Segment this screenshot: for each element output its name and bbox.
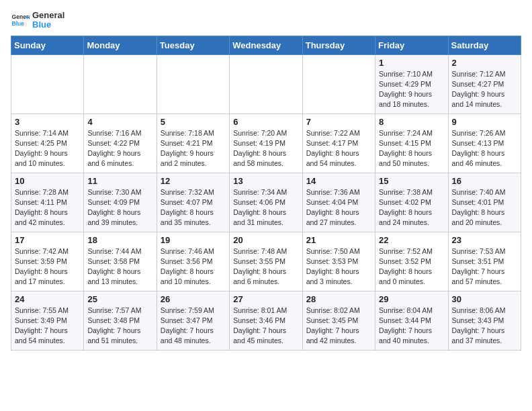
day-info: Sunrise: 7:30 AM Sunset: 4:09 PM Dayligh… [87, 187, 152, 228]
day-cell: 28Sunrise: 8:02 AM Sunset: 3:45 PM Dayli… [302, 291, 375, 350]
day-cell: 21Sunrise: 7:50 AM Sunset: 3:53 PM Dayli… [302, 232, 375, 291]
day-info: Sunrise: 7:28 AM Sunset: 4:11 PM Dayligh… [15, 187, 80, 228]
day-number: 16 [452, 176, 517, 186]
day-number: 30 [452, 294, 517, 304]
day-info: Sunrise: 7:40 AM Sunset: 4:01 PM Dayligh… [452, 187, 517, 228]
header-row: SundayMondayTuesdayWednesdayThursdayFrid… [11, 36, 521, 54]
day-number: 24 [15, 294, 80, 304]
day-cell: 1Sunrise: 7:10 AM Sunset: 4:29 PM Daylig… [375, 54, 448, 113]
day-info: Sunrise: 7:12 AM Sunset: 4:27 PM Dayligh… [452, 69, 517, 110]
day-number: 21 [306, 235, 371, 245]
day-info: Sunrise: 7:10 AM Sunset: 4:29 PM Dayligh… [379, 69, 444, 110]
col-header-sunday: Sunday [11, 36, 84, 54]
week-row-1: 3Sunrise: 7:14 AM Sunset: 4:25 PM Daylig… [11, 113, 521, 173]
day-cell: 3Sunrise: 7:14 AM Sunset: 4:25 PM Daylig… [11, 113, 84, 173]
logo: General Blue General Blue [11, 11, 64, 30]
day-number: 7 [306, 117, 371, 127]
day-cell: 7Sunrise: 7:22 AM Sunset: 4:17 PM Daylig… [302, 113, 375, 173]
day-number: 19 [161, 235, 226, 245]
day-cell: 26Sunrise: 7:59 AM Sunset: 3:47 PM Dayli… [157, 291, 229, 350]
day-cell [11, 54, 84, 113]
day-info: Sunrise: 7:55 AM Sunset: 3:49 PM Dayligh… [15, 306, 80, 347]
day-number: 15 [379, 176, 444, 186]
day-info: Sunrise: 7:50 AM Sunset: 3:53 PM Dayligh… [306, 246, 371, 287]
day-cell: 29Sunrise: 8:04 AM Sunset: 3:44 PM Dayli… [375, 291, 448, 350]
day-number: 22 [379, 235, 444, 245]
col-header-friday: Friday [375, 36, 448, 54]
week-row-4: 24Sunrise: 7:55 AM Sunset: 3:49 PM Dayli… [11, 291, 521, 350]
day-number: 25 [87, 294, 152, 304]
day-cell: 17Sunrise: 7:42 AM Sunset: 3:59 PM Dayli… [11, 232, 84, 291]
day-number: 9 [452, 117, 517, 127]
day-info: Sunrise: 7:46 AM Sunset: 3:56 PM Dayligh… [161, 246, 226, 287]
day-cell: 16Sunrise: 7:40 AM Sunset: 4:01 PM Dayli… [448, 173, 521, 232]
page-header: General Blue General Blue [11, 11, 521, 30]
day-cell [157, 54, 229, 113]
col-header-wednesday: Wednesday [230, 36, 302, 54]
svg-text:Blue: Blue [12, 20, 25, 27]
day-number: 12 [161, 176, 226, 186]
calendar-table: SundayMondayTuesdayWednesdayThursdayFrid… [11, 36, 521, 351]
day-info: Sunrise: 7:16 AM Sunset: 4:22 PM Dayligh… [87, 128, 152, 169]
week-row-0: 1Sunrise: 7:10 AM Sunset: 4:29 PM Daylig… [11, 54, 521, 113]
day-cell [84, 54, 157, 113]
col-header-saturday: Saturday [448, 36, 521, 54]
day-info: Sunrise: 7:38 AM Sunset: 4:02 PM Dayligh… [379, 187, 444, 228]
day-info: Sunrise: 8:02 AM Sunset: 3:45 PM Dayligh… [306, 306, 371, 347]
day-cell: 12Sunrise: 7:32 AM Sunset: 4:07 PM Dayli… [157, 173, 229, 232]
day-info: Sunrise: 7:57 AM Sunset: 3:48 PM Dayligh… [87, 306, 152, 347]
day-cell: 22Sunrise: 7:52 AM Sunset: 3:52 PM Dayli… [375, 232, 448, 291]
week-row-2: 10Sunrise: 7:28 AM Sunset: 4:11 PM Dayli… [11, 173, 521, 232]
col-header-tuesday: Tuesday [157, 36, 229, 54]
day-number: 28 [306, 294, 371, 304]
day-info: Sunrise: 7:52 AM Sunset: 3:52 PM Dayligh… [379, 246, 444, 287]
day-info: Sunrise: 7:14 AM Sunset: 4:25 PM Dayligh… [15, 128, 80, 169]
day-number: 6 [233, 117, 298, 127]
day-cell: 13Sunrise: 7:34 AM Sunset: 4:06 PM Dayli… [230, 173, 302, 232]
day-number: 3 [15, 117, 80, 127]
day-info: Sunrise: 7:42 AM Sunset: 3:59 PM Dayligh… [15, 246, 80, 287]
day-number: 2 [452, 58, 517, 68]
day-number: 27 [233, 294, 298, 304]
day-number: 5 [161, 117, 226, 127]
day-number: 18 [87, 235, 152, 245]
day-info: Sunrise: 8:06 AM Sunset: 3:43 PM Dayligh… [452, 306, 517, 347]
day-cell: 25Sunrise: 7:57 AM Sunset: 3:48 PM Dayli… [84, 291, 157, 350]
day-info: Sunrise: 7:48 AM Sunset: 3:55 PM Dayligh… [233, 246, 298, 287]
day-cell [302, 54, 375, 113]
day-info: Sunrise: 7:44 AM Sunset: 3:58 PM Dayligh… [87, 246, 152, 287]
day-cell: 27Sunrise: 8:01 AM Sunset: 3:46 PM Dayli… [230, 291, 302, 350]
logo-general: General [32, 11, 64, 20]
day-info: Sunrise: 7:53 AM Sunset: 3:51 PM Dayligh… [452, 246, 517, 287]
col-header-thursday: Thursday [302, 36, 375, 54]
day-cell: 30Sunrise: 8:06 AM Sunset: 3:43 PM Dayli… [448, 291, 521, 350]
day-cell: 19Sunrise: 7:46 AM Sunset: 3:56 PM Dayli… [157, 232, 229, 291]
day-number: 23 [452, 235, 517, 245]
day-info: Sunrise: 7:24 AM Sunset: 4:15 PM Dayligh… [379, 128, 444, 169]
day-cell: 11Sunrise: 7:30 AM Sunset: 4:09 PM Dayli… [84, 173, 157, 232]
day-cell: 15Sunrise: 7:38 AM Sunset: 4:02 PM Dayli… [375, 173, 448, 232]
day-cell: 8Sunrise: 7:24 AM Sunset: 4:15 PM Daylig… [375, 113, 448, 173]
day-cell: 4Sunrise: 7:16 AM Sunset: 4:22 PM Daylig… [84, 113, 157, 173]
day-number: 26 [161, 294, 226, 304]
day-number: 14 [306, 176, 371, 186]
day-number: 8 [379, 117, 444, 127]
day-info: Sunrise: 7:20 AM Sunset: 4:19 PM Dayligh… [233, 128, 298, 169]
day-number: 11 [87, 176, 152, 186]
day-number: 10 [15, 176, 80, 186]
day-info: Sunrise: 7:22 AM Sunset: 4:17 PM Dayligh… [306, 128, 371, 169]
day-number: 17 [15, 235, 80, 245]
day-info: Sunrise: 7:59 AM Sunset: 3:47 PM Dayligh… [161, 306, 226, 347]
day-cell: 5Sunrise: 7:18 AM Sunset: 4:21 PM Daylig… [157, 113, 229, 173]
day-cell [230, 54, 302, 113]
day-number: 13 [233, 176, 298, 186]
day-cell: 14Sunrise: 7:36 AM Sunset: 4:04 PM Dayli… [302, 173, 375, 232]
day-info: Sunrise: 7:32 AM Sunset: 4:07 PM Dayligh… [161, 187, 226, 228]
day-cell: 9Sunrise: 7:26 AM Sunset: 4:13 PM Daylig… [448, 113, 521, 173]
day-info: Sunrise: 8:01 AM Sunset: 3:46 PM Dayligh… [233, 306, 298, 347]
logo-blue: Blue [32, 20, 64, 30]
day-number: 4 [87, 117, 152, 127]
col-header-monday: Monday [84, 36, 157, 54]
day-cell: 23Sunrise: 7:53 AM Sunset: 3:51 PM Dayli… [448, 232, 521, 291]
day-info: Sunrise: 8:04 AM Sunset: 3:44 PM Dayligh… [379, 306, 444, 347]
